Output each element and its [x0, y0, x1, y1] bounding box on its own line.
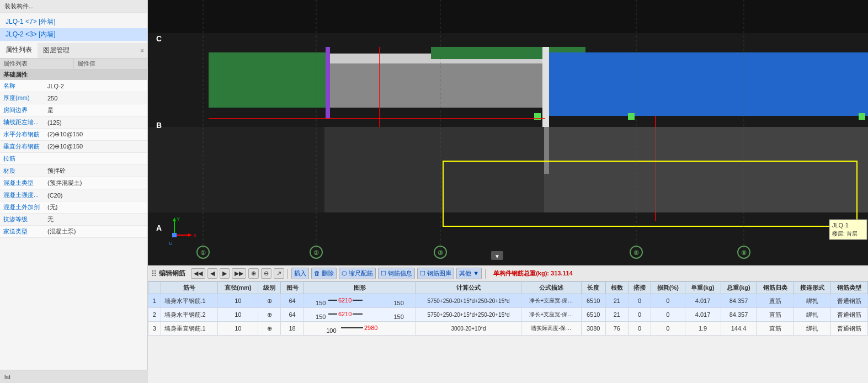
col-header-category: 钢筋归类 [757, 282, 794, 294]
tab-layers[interactable]: 图层管理 [38, 44, 75, 57]
svg-text:B: B [156, 121, 162, 130]
cell-diameter: 10 [218, 294, 258, 308]
svg-rect-5 [326, 47, 330, 119]
col-header-connection: 接连形式 [794, 282, 830, 294]
cell-loss: 0 [651, 294, 685, 308]
cell-id: 3 [148, 322, 161, 336]
svg-text:U: U [169, 241, 173, 246]
prop-row-horiz-rebar: 水平分布钢筋 (2)⊕10@150 [0, 129, 147, 141]
btn-insert[interactable]: 插入 [291, 268, 309, 279]
table-row[interactable]: 3 墙身垂直钢筋.1 10 ⊕ 18 100 2980 3000-20+10*d… [148, 322, 868, 336]
btn-info[interactable]: ☐ 钢筋信息 [378, 268, 415, 279]
cell-connection: 绑扎 [794, 322, 830, 336]
cell-count: 21 [605, 308, 628, 322]
prop-row-additive: 混凝土外加剂 (无) [0, 201, 147, 214]
cell-total-weight: 84.357 [721, 294, 757, 308]
cell-grade: ⊕ [258, 308, 281, 322]
cell-name: 墙身水平钢筋.1 [161, 294, 218, 308]
status-bar: lst [0, 370, 148, 383]
btn-remove[interactable]: ⊖ [261, 268, 271, 279]
btn-next[interactable]: ▶ [220, 268, 230, 279]
cell-drawing: 64 [281, 294, 303, 308]
cell-id: 1 [148, 294, 161, 308]
svg-text:JLQ-1: JLQ-1 [832, 222, 849, 228]
cell-formula: 5750+250-20+15*d+250-20+15*d [416, 308, 521, 322]
svg-rect-1 [148, 0, 868, 33]
tab-properties[interactable]: 属性列表 [0, 43, 38, 58]
cell-category: 直筋 [757, 294, 794, 308]
svg-text:⑤: ⑤ [633, 249, 639, 256]
svg-rect-16 [324, 127, 544, 212]
rebar-table: 筋号 直径(mm) 级别 图号 图形 计算公式 公式描述 长度 根数 搭接 损耗… [148, 281, 868, 336]
cell-overlap: 0 [628, 308, 651, 322]
btn-add[interactable]: ⊕ [248, 268, 259, 279]
weight-value: 313.114 [551, 270, 573, 276]
svg-text:③: ③ [438, 249, 443, 256]
sidebar-item-jlq1[interactable]: JLQ-1 <7> [外墙] [0, 15, 147, 28]
cell-length: 6510 [581, 308, 605, 322]
col-header-shape: 图形 [303, 282, 416, 294]
svg-text:⑥: ⑥ [741, 249, 747, 256]
cell-unit-weight: 4.017 [685, 308, 721, 322]
svg-rect-10 [628, 113, 635, 120]
svg-text:Y: Y [177, 216, 180, 222]
svg-text:A: A [156, 224, 162, 232]
col-header-count: 根数 [605, 282, 628, 294]
close-button[interactable]: × [137, 46, 147, 56]
cell-length: 6510 [581, 294, 605, 308]
prop-row-axis: 轴线距左墙... (125) [0, 116, 147, 129]
col-header-type: 钢筋类型 [830, 282, 867, 294]
properties-tabs: 属性列表 图层管理 × [0, 43, 147, 58]
prop-row-material: 材质 预拌砼 [0, 165, 147, 177]
btn-prev[interactable]: ◀ [207, 268, 217, 279]
cell-description: 净长+支座宽-保… [521, 308, 582, 322]
sidebar: 装装构件... JLQ-1 <7> [外墙] JLQ-2 <3> [内墙] 属性… [0, 0, 148, 383]
col-header-name: 属性列表 [0, 58, 74, 69]
cell-drawing: 18 [281, 322, 303, 336]
svg-text:6210: 6210 [338, 297, 352, 304]
btn-export[interactable]: ↗ [274, 268, 284, 279]
sidebar-item-jlq2[interactable]: JLQ-2 <3> [内墙] [0, 28, 147, 41]
cell-id: 2 [148, 308, 161, 322]
prop-row-name: 名称 JLQ-2 [0, 80, 147, 92]
status-text: lst [4, 374, 10, 380]
viewport-svg: JLQ-1 楼层: 首层 C B A Y X U ① ② [148, 0, 868, 265]
rebar-table-wrapper[interactable]: 筋号 直径(mm) 级别 图号 图形 计算公式 公式描述 长度 根数 搭接 损耗… [148, 281, 868, 383]
cell-grade: ⊕ [258, 294, 281, 308]
btn-last[interactable]: ▶▶ [232, 268, 246, 279]
prop-row-room: 房间边界 是 [0, 104, 147, 116]
cell-overlap: 0 [628, 322, 651, 336]
svg-text:C: C [156, 34, 162, 43]
table-row[interactable]: 1 墙身水平钢筋.1 10 ⊕ 64 150 6210150 5750+250-… [148, 294, 868, 308]
col-header-grade: 级别 [258, 282, 281, 294]
cell-diameter: 10 [218, 308, 258, 322]
sidebar-items: JLQ-1 <7> [外墙] JLQ-2 <3> [内墙] [0, 13, 147, 43]
weight-info: 单构件钢筋总重(kg): 313.114 [493, 269, 573, 278]
svg-text:X: X [193, 233, 196, 238]
cell-description: 净长+支座宽-保… [521, 294, 582, 308]
cell-type: 普通钢筋 [830, 322, 867, 336]
prop-row-pull: 拉筋 [0, 153, 147, 165]
cell-overlap: 0 [628, 294, 651, 308]
svg-rect-11 [859, 113, 865, 120]
cell-total-weight: 144.4 [721, 322, 757, 336]
cell-drawing: 64 [281, 308, 303, 322]
btn-first[interactable]: ◀◀ [191, 268, 205, 279]
btn-scale[interactable]: ⬡ 缩尺配筋 [339, 268, 376, 279]
svg-rect-36 [172, 233, 177, 237]
col-header-unit-weight: 单重(kg) [685, 282, 721, 294]
rebar-panel-title: 编辑钢筋 [159, 269, 185, 278]
cell-loss: 0 [651, 322, 685, 336]
btn-other[interactable]: 其他 ▼ [456, 268, 482, 279]
btn-delete[interactable]: 🗑 删除 [311, 268, 337, 279]
btn-library[interactable]: ☐ 钢筋图库 [417, 268, 454, 279]
sidebar-header: 装装构件... [0, 0, 147, 13]
cell-connection: 绑扎 [794, 308, 830, 322]
col-header-length: 长度 [581, 282, 605, 294]
viewport[interactable]: JLQ-1 楼层: 首层 C B A Y X U ① ② [148, 0, 868, 265]
cell-loss: 0 [651, 308, 685, 322]
cell-diameter: 10 [218, 322, 258, 336]
cell-unit-weight: 4.017 [685, 294, 721, 308]
table-row[interactable]: 2 墙身水平钢筋.2 10 ⊕ 64 150 6210150 5750+250-… [148, 308, 868, 322]
cell-count: 21 [605, 294, 628, 308]
